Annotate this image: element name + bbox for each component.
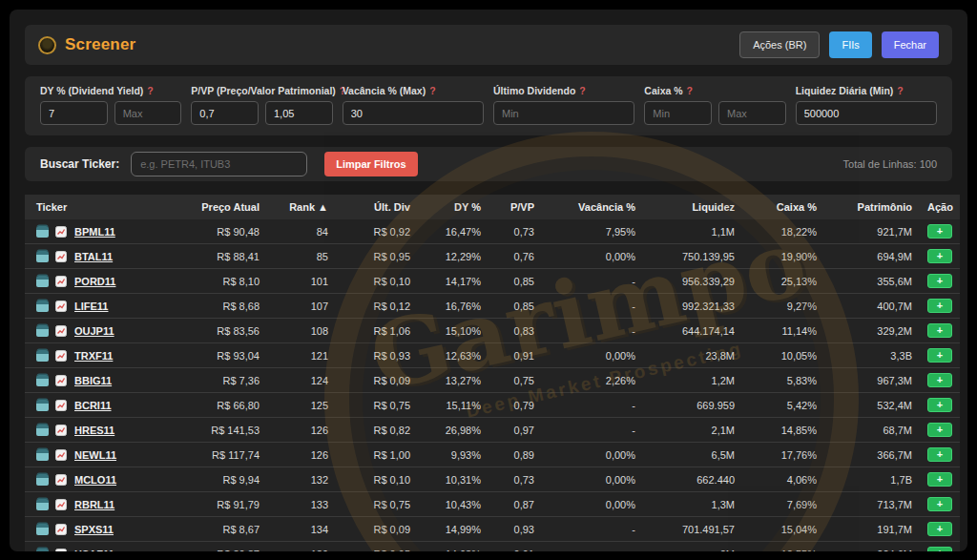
ticker-search-input[interactable] [131,152,307,176]
chart-icon[interactable] [55,276,67,287]
ticker-link[interactable]: NEWL11 [74,449,116,461]
chart-icon[interactable] [55,251,67,262]
column-header[interactable]: Ação [920,195,960,219]
value-cell: 1,3M [643,492,742,517]
chart-icon[interactable] [55,474,67,486]
ticker-link[interactable]: MCLO11 [74,474,116,486]
ticker-link[interactable]: SPXS11 [74,524,114,535]
add-to-portfolio-button[interactable]: + [927,447,952,462]
filter-input[interactable] [343,101,484,125]
ticker-link[interactable]: BPML11 [74,226,115,238]
add-to-portfolio-button[interactable]: + [927,423,952,437]
add-to-portfolio-button[interactable]: + [927,299,952,313]
ticker-link[interactable]: LIFE11 [74,301,108,312]
add-to-portfolio-button[interactable]: + [927,224,952,239]
portfolio-icon[interactable] [36,251,49,262]
ticker-link[interactable]: BCRI11 [74,400,112,411]
portfolio-icon[interactable] [36,474,49,486]
filter-input[interactable] [493,101,634,125]
value-cell: 1,2M [643,368,742,393]
add-to-portfolio-button[interactable]: + [927,522,952,536]
chart-icon[interactable] [55,301,67,312]
column-header[interactable]: Caixa % [742,195,824,219]
chart-icon[interactable] [55,524,67,535]
chart-icon[interactable] [55,449,67,461]
column-header[interactable]: Patrimônio [824,195,920,219]
portfolio-icon[interactable] [36,524,49,535]
add-to-portfolio-button[interactable]: + [927,398,952,412]
column-header[interactable]: DY % [418,195,488,219]
value-cell: 134 [267,517,336,542]
filter-input[interactable] [796,101,937,125]
filter-group: P/VP (Preço/Valor Patrimonial)? [191,85,332,125]
portfolio-icon[interactable] [36,226,49,238]
help-icon[interactable]: ? [429,85,435,96]
ticker-link[interactable]: HRES11 [74,425,114,436]
chart-icon[interactable] [55,350,67,362]
help-icon[interactable]: ? [897,85,903,96]
value-cell: R$ 0,09 [336,368,418,393]
value-cell: 84 [267,219,336,244]
ticker-link[interactable]: RBRL11 [74,499,114,510]
portfolio-icon[interactable] [36,301,49,312]
ticker-link[interactable]: BBIG11 [74,375,112,386]
ticker-link[interactable]: TRXF11 [74,350,113,362]
value-cell: 12,55% [742,542,824,552]
table-row: OUJP11R$ 83,56108R$ 1,0615,10%0,83-644.1… [25,319,960,343]
help-icon[interactable]: ? [147,85,153,96]
add-to-portfolio-button[interactable]: + [927,274,952,288]
help-icon[interactable]: ? [687,85,693,96]
chart-icon[interactable] [55,425,67,436]
table-row: BCRI11R$ 66,80125R$ 0,7515,11%0,79-669.9… [25,393,960,418]
add-to-portfolio-button[interactable]: + [927,547,952,551]
value-cell: - [542,269,643,294]
column-header[interactable]: Liquidez [643,195,742,219]
portfolio-icon[interactable] [36,425,49,436]
portfolio-icon[interactable] [36,325,49,337]
filter-input[interactable] [718,101,786,125]
column-header[interactable]: Ticker [25,195,166,219]
column-header[interactable]: Rank ▲ [267,195,336,219]
chart-icon[interactable] [55,499,67,510]
add-to-portfolio-button[interactable]: + [927,472,952,487]
filter-input[interactable] [114,101,182,125]
value-cell: R$ 66,80 [166,393,267,418]
filter-input[interactable] [40,101,108,125]
portfolio-icon[interactable] [36,549,49,552]
portfolio-icon[interactable] [36,449,49,461]
add-to-portfolio-button[interactable]: + [927,323,952,338]
ticker-link[interactable]: HSAF11 [74,549,114,552]
portfolio-icon[interactable] [36,499,49,510]
portfolio-icon[interactable] [36,350,49,362]
add-to-portfolio-button[interactable]: + [927,373,952,387]
chart-icon[interactable] [55,549,67,552]
chart-icon[interactable] [55,400,67,411]
help-icon[interactable]: ? [579,85,585,96]
ticker-cell: LIFE11 [25,294,166,319]
add-to-portfolio-button[interactable]: + [927,497,952,511]
portfolio-icon[interactable] [36,375,49,386]
ticker-link[interactable]: OUJP11 [74,325,114,337]
fechar-button[interactable]: Fechar [882,31,939,58]
column-header[interactable]: P/VP [488,195,542,219]
chart-icon[interactable] [55,375,67,386]
portfolio-icon[interactable] [36,276,49,287]
column-header[interactable]: Preço Atual [166,195,267,219]
filter-input[interactable] [644,101,712,125]
add-to-portfolio-button[interactable]: + [927,249,952,263]
add-to-portfolio-button[interactable]: + [927,348,952,363]
action-cell: + [920,319,960,343]
chart-icon[interactable] [55,226,67,238]
chart-icon[interactable] [55,325,67,337]
filter-input[interactable] [191,101,259,125]
portfolio-icon[interactable] [36,400,49,411]
value-cell: 12,63% [418,343,488,368]
filter-input[interactable] [265,101,333,125]
ticker-link[interactable]: BTAL11 [74,251,113,262]
column-header[interactable]: Últ. Div [336,195,418,219]
clear-filters-button[interactable]: Limpar Filtros [324,152,417,176]
fiis-button[interactable]: FIIs [829,31,871,58]
acoes-br-button[interactable]: Ações (BR) [739,31,820,58]
column-header[interactable]: Vacância % [542,195,643,219]
ticker-link[interactable]: PORD11 [74,276,115,287]
